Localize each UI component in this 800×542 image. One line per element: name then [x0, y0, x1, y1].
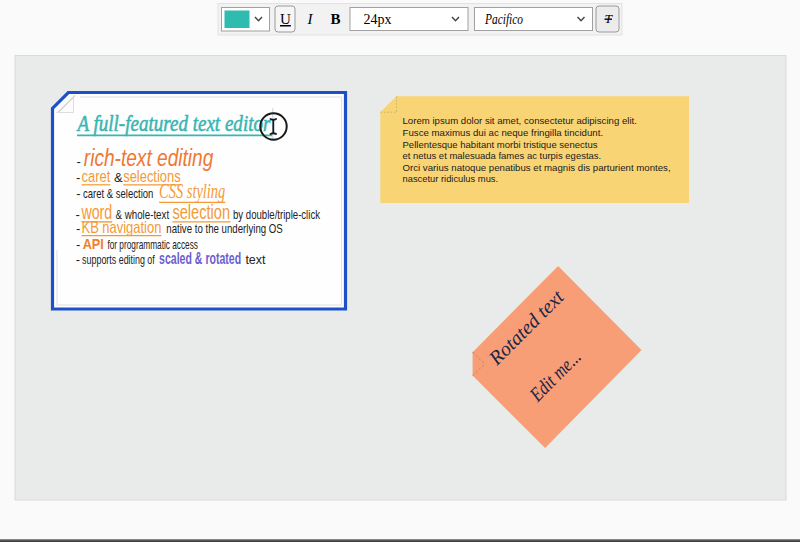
- svg-text:nascetur ridiculus mus.: nascetur ridiculus mus.: [403, 173, 499, 184]
- svg-text:Orci varius natoque penatibus: Orci varius natoque penatibus et magnis …: [403, 162, 671, 173]
- svg-text:U: U: [280, 11, 291, 27]
- svg-text:scaled & rotated: scaled & rotated: [159, 249, 241, 268]
- svg-text:Fusce maximus dui ac neque fri: Fusce maximus dui ac neque fringilla tin…: [403, 127, 604, 138]
- svg-text:-: -: [77, 154, 81, 169]
- svg-text:KB navigation: KB navigation: [82, 218, 162, 236]
- svg-text:native to the underlying OS: native to the underlying OS: [166, 221, 282, 236]
- svg-text:selection: selection: [172, 201, 230, 223]
- svg-text:text: text: [245, 252, 265, 267]
- svg-text:B: B: [331, 11, 341, 27]
- svg-text:caret: caret: [82, 167, 111, 186]
- svg-text:et netus et malesuada fames ac: et netus et malesuada fames ac turpis eg…: [403, 150, 602, 161]
- svg-text:Pellentesque habitant morbi tr: Pellentesque habitant morbi tristique se…: [403, 139, 598, 150]
- svg-text:-: -: [76, 170, 80, 185]
- svg-text:-: -: [76, 186, 80, 201]
- svg-text:24px: 24px: [364, 12, 392, 27]
- svg-text:I: I: [307, 11, 314, 27]
- svg-text:Lorem ipsum dolor sit amet, co: Lorem ipsum dolor sit amet, consectetur …: [403, 115, 637, 126]
- svg-text:-: -: [76, 252, 80, 267]
- svg-text:A full-featured text editor: A full-featured text editor: [76, 110, 271, 136]
- svg-text:Pacifico: Pacifico: [484, 12, 523, 27]
- svg-text:by double/triple-click: by double/triple-click: [233, 207, 320, 222]
- svg-text:&: &: [114, 170, 123, 185]
- svg-text:-: -: [76, 207, 80, 222]
- svg-text:-: -: [76, 221, 80, 236]
- svg-text:supports editing of: supports editing of: [82, 252, 155, 267]
- svg-text:-: -: [76, 237, 80, 252]
- svg-text:API: API: [83, 235, 104, 252]
- svg-text:caret & selection: caret & selection: [83, 186, 153, 201]
- svg-text:CSS styling: CSS styling: [159, 179, 225, 203]
